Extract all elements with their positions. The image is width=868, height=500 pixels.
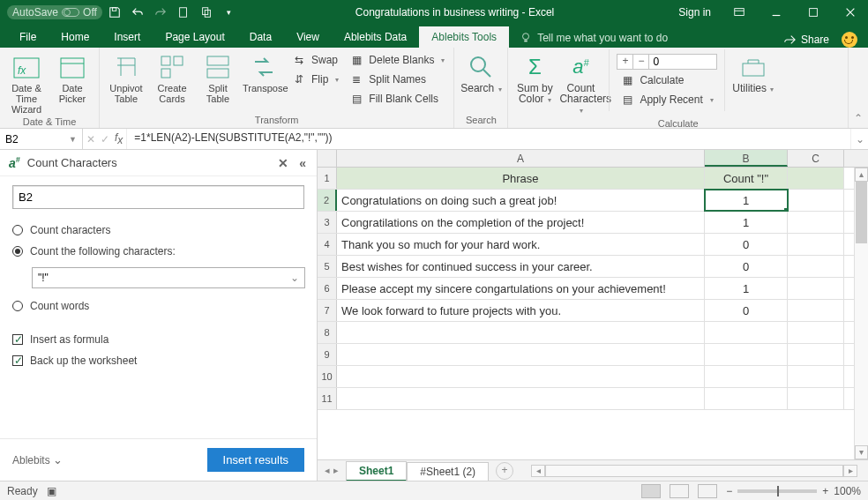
redo-icon[interactable] bbox=[150, 2, 171, 23]
autosave-toggle[interactable]: AutoSave Off bbox=[7, 5, 102, 19]
cell[interactable]: 0 bbox=[705, 234, 788, 255]
col-header-a[interactable]: A bbox=[337, 150, 705, 167]
cancel-formula-icon[interactable]: ✕ bbox=[86, 133, 95, 146]
cell[interactable] bbox=[788, 212, 844, 233]
transpose-button[interactable]: Transpose bbox=[243, 49, 285, 93]
select-all-corner[interactable] bbox=[318, 150, 337, 167]
active-cell[interactable]: 1 bbox=[705, 190, 788, 211]
brand-link[interactable]: Ablebits ⌄ bbox=[12, 453, 63, 466]
new-file-icon[interactable] bbox=[173, 2, 194, 23]
row-header[interactable]: 11 bbox=[318, 388, 337, 409]
cell[interactable] bbox=[705, 388, 788, 409]
fx-icon[interactable]: fx bbox=[115, 131, 123, 146]
row-header[interactable]: 10 bbox=[318, 366, 337, 387]
option-count-following[interactable]: Count the following characters: bbox=[12, 241, 304, 262]
undo-icon[interactable] bbox=[127, 2, 148, 23]
date-picker-button[interactable]: Date Picker bbox=[51, 49, 94, 104]
expand-formula-icon[interactable]: ⌄ bbox=[850, 129, 868, 149]
cell[interactable] bbox=[788, 322, 844, 343]
record-macro-icon[interactable]: ▣ bbox=[47, 485, 56, 497]
cell[interactable] bbox=[788, 190, 844, 211]
feedback-smiley-icon[interactable] bbox=[842, 32, 857, 48]
copy-icon[interactable] bbox=[196, 2, 217, 23]
collapse-ribbon-icon[interactable]: ⌃ bbox=[849, 48, 868, 128]
delete-blanks-button[interactable]: ▦Delete Blanks▾ bbox=[346, 51, 448, 69]
cell[interactable] bbox=[337, 388, 705, 409]
row-header[interactable]: 9 bbox=[318, 344, 337, 365]
ribbon-display-icon[interactable] bbox=[722, 2, 757, 23]
row-header[interactable]: 2 bbox=[318, 190, 337, 211]
range-input[interactable] bbox=[12, 185, 304, 209]
sum-by-color-button[interactable]: ΣSum by Color ▾ bbox=[513, 49, 556, 106]
cell[interactable] bbox=[788, 278, 844, 299]
sheet-nav-first-icon[interactable]: ◂ bbox=[325, 465, 330, 476]
cell[interactable] bbox=[788, 344, 844, 365]
cell[interactable]: 1 bbox=[705, 278, 788, 299]
checkbox-backup[interactable]: Back up the worksheet bbox=[12, 350, 304, 371]
cell[interactable]: Best wishes for continued success in you… bbox=[337, 256, 705, 277]
horizontal-scrollbar[interactable]: ◂▸ bbox=[531, 465, 857, 477]
tell-me-search[interactable]: Tell me what you want to do bbox=[509, 28, 678, 48]
tab-insert[interactable]: Insert bbox=[101, 26, 153, 48]
vertical-scrollbar[interactable]: ▴▾ bbox=[854, 168, 868, 459]
character-select[interactable]: "!"⌄ bbox=[32, 267, 305, 288]
fill-blank-button[interactable]: ▤Fill Blank Cells bbox=[346, 90, 448, 108]
create-cards-button[interactable]: Create Cards bbox=[151, 49, 193, 104]
flip-button[interactable]: ⇵Flip▾ bbox=[288, 71, 342, 88]
swap-button[interactable]: ⇆Swap bbox=[288, 51, 342, 69]
view-page-layout-icon[interactable] bbox=[670, 484, 689, 498]
cell[interactable]: 0 bbox=[705, 256, 788, 277]
save-icon[interactable] bbox=[104, 2, 125, 23]
sheet-nav-last-icon[interactable]: ▸ bbox=[333, 465, 339, 476]
enter-formula-icon[interactable]: ✓ bbox=[101, 133, 109, 146]
insert-results-button[interactable]: Insert results bbox=[207, 448, 304, 472]
row-header[interactable]: 7 bbox=[318, 300, 337, 321]
split-table-button[interactable]: Split Table bbox=[197, 49, 239, 104]
cell[interactable] bbox=[788, 388, 844, 409]
share-button[interactable]: Share bbox=[783, 34, 829, 46]
cell[interactable] bbox=[788, 256, 844, 277]
precision-spinner[interactable]: +−0 bbox=[617, 54, 716, 70]
calculate-button[interactable]: ▦Calculate bbox=[617, 71, 716, 89]
cell[interactable]: 0 bbox=[705, 300, 788, 321]
cell[interactable] bbox=[788, 234, 844, 255]
tab-ablebits-tools[interactable]: Ablebits Tools bbox=[419, 26, 509, 48]
checkbox-insert-formula[interactable]: Insert as formula bbox=[12, 329, 304, 350]
tab-ablebits-data[interactable]: Ablebits Data bbox=[332, 26, 419, 48]
tab-view[interactable]: View bbox=[284, 26, 332, 48]
zoom-level[interactable]: 100% bbox=[834, 485, 861, 497]
pane-collapse-icon[interactable]: « bbox=[297, 156, 308, 170]
col-header-b[interactable]: B bbox=[705, 150, 788, 167]
sheet-tab[interactable]: #Sheet1 (2) bbox=[407, 462, 489, 481]
signin-button[interactable]: Sign in bbox=[670, 6, 720, 19]
zoom-in-icon[interactable]: + bbox=[822, 485, 828, 497]
option-count-characters[interactable]: Count characters bbox=[12, 220, 304, 241]
cell[interactable]: Congratulations on doing such a great jo… bbox=[337, 190, 705, 211]
tab-data[interactable]: Data bbox=[237, 26, 284, 48]
pane-close-icon[interactable]: ✕ bbox=[276, 156, 290, 170]
cell[interactable]: Please accept my sincere congartulations… bbox=[337, 278, 705, 299]
cell[interactable] bbox=[788, 300, 844, 321]
add-sheet-icon[interactable]: + bbox=[496, 462, 513, 480]
utilities-button[interactable]: Utilities ▾ bbox=[732, 49, 774, 95]
unpivot-button[interactable]: Unpivot Table bbox=[105, 49, 147, 104]
row-header[interactable]: 3 bbox=[318, 212, 337, 233]
zoom-slider[interactable] bbox=[737, 489, 817, 493]
cell[interactable] bbox=[705, 322, 788, 343]
name-box[interactable]: B2▼ bbox=[0, 129, 83, 149]
tab-home[interactable]: Home bbox=[49, 26, 101, 48]
cell[interactable] bbox=[788, 168, 844, 189]
row-header[interactable]: 8 bbox=[318, 322, 337, 343]
row-header[interactable]: 4 bbox=[318, 234, 337, 255]
header-cell-count[interactable]: Count "!" bbox=[705, 168, 788, 189]
tab-file[interactable]: File bbox=[7, 26, 49, 48]
header-cell-phrase[interactable]: Phrase bbox=[337, 168, 705, 189]
split-names-button[interactable]: ≣Split Names bbox=[346, 71, 448, 88]
cell[interactable] bbox=[705, 366, 788, 387]
row-header[interactable]: 5 bbox=[318, 256, 337, 277]
cell[interactable] bbox=[788, 366, 844, 387]
cell[interactable]: Thank you so much for your hard work. bbox=[337, 234, 705, 255]
cell[interactable] bbox=[337, 344, 705, 365]
cell[interactable]: Congratilations on the completion of the… bbox=[337, 212, 705, 233]
qat-customize-icon[interactable]: ▾ bbox=[219, 2, 240, 23]
